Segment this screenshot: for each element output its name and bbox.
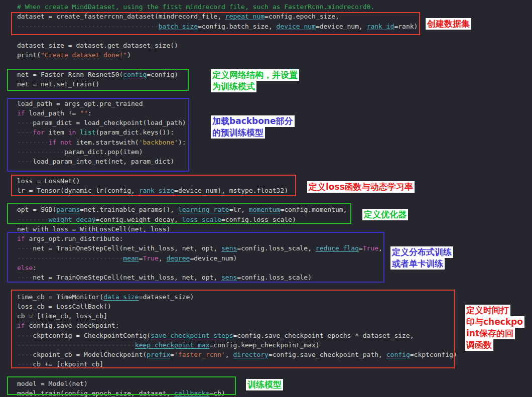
code-token: save_checkpoint_steps	[151, 332, 233, 339]
code-token: net_with_loss = WithLossCell(net, loss)	[17, 225, 170, 233]
code-line[interactable]: ········if not item.startswith('backbone…	[17, 138, 532, 147]
code-line[interactable]	[17, 60, 532, 70]
code-token: :	[88, 109, 92, 117]
code-line[interactable]: model = Model(net)	[17, 379, 532, 388]
code-token: =	[359, 244, 363, 252]
code-token: ,	[225, 351, 233, 358]
code-line[interactable]: loss_cb = LossCallBack()	[17, 302, 532, 311]
code-token: model = Model(net)	[17, 380, 88, 387]
code-token: learning_rate	[178, 206, 229, 213]
code-token: in	[68, 128, 76, 136]
code-token: net = net.set_train()	[17, 80, 99, 88]
code-token: =device_num)	[190, 254, 237, 262]
code-line[interactable]: ····ckptconfig = CheckpointConfig(save_c…	[17, 331, 532, 340]
code-token: cb = [time_cb, loss_cb]	[17, 312, 107, 320]
code-token: =device_num), mstype.float32)	[174, 187, 288, 194]
code-token: momentum	[249, 206, 281, 213]
code-line[interactable]: dataset_size = dataset.get_dataset_size(…	[17, 41, 532, 50]
code-line[interactable]: loss = LossNet()	[17, 176, 532, 186]
code-line[interactable]: load_path = args_opt.pre_trained	[17, 99, 532, 108]
code-line[interactable]: ····load_param_into_net(net, param_dict)	[17, 157, 532, 166]
code-token: =	[170, 351, 174, 358]
code-token: opt = SGD(	[17, 206, 56, 213]
code-line[interactable]: model.train(config.epoch_size, dataset, …	[17, 388, 532, 397]
code-token: :	[33, 264, 37, 272]
code-line[interactable]: ····net = TrainOneStepCell(net_with_loss…	[17, 273, 532, 282]
indent-whitespace-dots: ····	[17, 274, 33, 281]
code-token: keep_checkpoint_max	[135, 341, 210, 349]
code-token: load_path = args_opt.pre_trained	[17, 100, 143, 107]
code-line[interactable]: lr = Tensor(dynamic_lr(config, rank_size…	[17, 186, 532, 195]
code-token: degree	[166, 254, 190, 262]
code-line[interactable]	[17, 195, 532, 205]
code-line[interactable]: net_with_loss = WithLossCell(net, loss)	[17, 224, 532, 234]
code-token: =config.momentum,	[280, 206, 347, 213]
code-line[interactable]	[17, 369, 532, 379]
code-token: ckpoint_cb = ModelCheckpoint(	[33, 351, 147, 358]
code-line[interactable]: ····ckpoint_cb = ModelCheckpoint(prefix=…	[17, 350, 532, 359]
code-token: mean	[123, 254, 139, 262]
code-token: params	[56, 206, 80, 213]
code-token: =config.keep_checkpoint_max)	[210, 341, 320, 349]
indent-whitespace-dots: ········	[17, 216, 49, 223]
code-line[interactable]: ····cb += [ckpoint_cb]	[17, 359, 532, 369]
code-line[interactable]: ······························keep_check…	[17, 340, 532, 350]
indent-whitespace-dots: ····································	[17, 23, 159, 30]
code-line[interactable]: ····································batc…	[17, 22, 532, 31]
code-token: item	[45, 128, 68, 136]
code-line[interactable]: ····for item in list(param_dict.keys()):	[17, 127, 532, 137]
code-token: device_num	[277, 23, 316, 30]
code-token: loss_scale	[182, 216, 221, 223]
code-token: print(	[17, 51, 41, 59]
code-line[interactable]: net = net.set_train()	[17, 79, 532, 89]
code-token: =net.trainable_params(),	[80, 206, 178, 213]
code-line[interactable]: else:	[17, 263, 532, 273]
code-line[interactable]	[17, 282, 532, 292]
code-token: =config.loss_scale,	[237, 244, 316, 252]
code-line[interactable]: dataset = create_fasterrcnn_dataset(mind…	[17, 12, 532, 21]
code-line[interactable]: net = Faster_Rcnn_Resnet50(config=config…	[17, 70, 532, 79]
code-token: =dataset_size)	[139, 293, 194, 301]
code-token: True	[143, 254, 158, 262]
code-token: cb += [ckpoint_cb]	[33, 360, 103, 368]
code-token: callbacks	[174, 389, 209, 397]
code-token: =device_num,	[316, 23, 367, 30]
code-line[interactable]	[17, 166, 532, 176]
code-area[interactable]: # When create MindDataset, using the fit…	[17, 2, 532, 397]
code-token: config.save_checkpoint:	[25, 322, 119, 329]
code-line[interactable]: if config.save_checkpoint:	[17, 321, 532, 330]
code-token: loss_cb = LossCallBack()	[17, 303, 111, 310]
code-line[interactable]	[17, 31, 532, 41]
code-token: directory	[233, 351, 269, 358]
code-editor-screenshot: { "editor": { "language_hint": "python",…	[0, 0, 532, 397]
code-token: (param_dict.keys()):	[96, 128, 175, 136]
code-token: net = Faster_Rcnn_Resnet50(	[17, 71, 123, 78]
code-line[interactable]: ···························mean=True, de…	[17, 253, 532, 263]
code-token: param_dict = load_checkpoint(load_path)	[33, 119, 186, 126]
code-line[interactable]: if load_path != "":	[17, 108, 532, 118]
code-line[interactable]: cb = [time_cb, loss_cb]	[17, 311, 532, 321]
code-token: =config)	[147, 71, 178, 78]
code-line[interactable]: ········weight_decay=config.weight_decay…	[17, 215, 532, 224]
code-line[interactable]: print("Create dataset done!")	[17, 50, 532, 60]
code-line[interactable]: ····net = TrainOneStepCell(net_with_loss…	[17, 243, 532, 253]
code-line[interactable]	[17, 89, 532, 98]
code-token: =lr,	[229, 206, 249, 213]
indent-whitespace-dots: ······························	[17, 341, 135, 349]
code-token: args_opt.run_distribute:	[25, 235, 123, 242]
indent-whitespace-dots: ····	[17, 351, 33, 358]
code-token: param_dict.pop(item)	[64, 148, 143, 156]
code-line[interactable]: ····param_dict = load_checkpoint(load_pa…	[17, 118, 532, 127]
code-line[interactable]: time_cb = TimeMonitor(data_size=dataset_…	[17, 292, 532, 302]
code-token: if	[17, 322, 25, 329]
code-token: repeat_num	[225, 13, 264, 20]
indent-whitespace-dots: ····	[17, 128, 33, 136]
code-token: if	[17, 109, 25, 117]
code-line[interactable]: # When create MindDataset, using the fit…	[17, 2, 532, 12]
code-token: sens	[221, 274, 237, 281]
code-line[interactable]: ············param_dict.pop(item)	[17, 147, 532, 157]
code-line[interactable]: if args_opt.run_distribute:	[17, 234, 532, 243]
indent-whitespace-dots: ········	[17, 139, 49, 146]
code-token: loss = LossNet()	[17, 177, 80, 185]
code-line[interactable]: opt = SGD(params=net.trainable_params(),…	[17, 205, 532, 214]
